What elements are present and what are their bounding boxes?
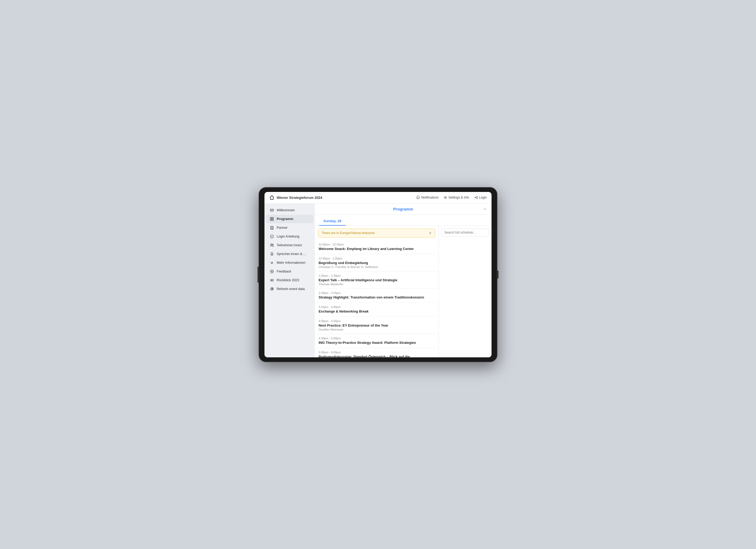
schedule-item[interactable]: 12:45pm - 1:00pmBegrüßung und Einbegleit…	[315, 254, 438, 272]
top-bar-actions: Notifications Settings & Info Login	[416, 196, 487, 199]
tablet-frame: Wiener Strategieforum 2024 Notifications…	[259, 187, 497, 362]
svg-rect-1	[270, 209, 273, 211]
settings-label: Settings & Info	[449, 196, 469, 199]
login-action[interactable]: Login	[474, 196, 487, 199]
timezone-close-button[interactable]: ✕	[429, 231, 432, 235]
sidebar-label-login: Login Anleitung	[277, 235, 299, 238]
sidebar-item-feedback[interactable]: Feedback	[266, 267, 313, 276]
schedule-list: Times are in Europe/Vienna timezone ✕ 12…	[315, 226, 438, 357]
sidebar-item-refresh[interactable]: Refresh event data	[266, 285, 313, 293]
refresh-icon	[270, 287, 274, 291]
schedule-title: Begrüßung und Einbegleitung	[319, 261, 435, 265]
mic-icon	[270, 252, 274, 256]
sidebar-item-programm[interactable]: Programm	[266, 215, 313, 223]
schedule-title: Next Practice: EY Entrepreneur of the Ye…	[319, 323, 435, 327]
sidebar-item-sprecher[interactable]: Sprecher:innen & ...	[266, 250, 313, 258]
sidebar-label-partner: Partner	[277, 226, 288, 230]
day-tabs: Sunday, 28	[315, 215, 492, 226]
schedule-item[interactable]: 2:30pm - 3:15pmStrategy Highlight: Trans…	[315, 289, 438, 303]
schedule-title: Welcome Snack: Empfang im Library and Le…	[319, 247, 435, 251]
day-tab-sunday[interactable]: Sunday, 28	[319, 218, 346, 226]
settings-action[interactable]: Settings & Info	[444, 196, 469, 199]
users-icon	[270, 243, 274, 247]
notifications-action[interactable]: Notifications	[416, 196, 438, 199]
schedule-speaker: Gunther Reimoser	[319, 328, 435, 331]
schedule-time: 5:00pm - 6:00pm	[319, 351, 435, 354]
sidebar-item-rueckblick[interactable]: Rückblick 2023	[266, 276, 313, 284]
feedback-icon	[270, 269, 274, 274]
sidebar-label-refresh: Refresh event data	[277, 287, 305, 291]
chevrons-down-icon	[270, 261, 274, 265]
content-area: Programm ← Sunday, 28 Times are in Europ…	[315, 204, 492, 357]
svg-point-8	[271, 244, 272, 245]
schedule-item[interactable]: 4:30pm - 5:00pmING Theory-to-Practice St…	[315, 334, 438, 348]
main-layout: Willkommen Programm	[264, 204, 492, 357]
svg-rect-4	[270, 219, 272, 221]
schedule-item[interactable]: 4:00pm - 4:30pmNext Practice: EY Entrepr…	[315, 317, 438, 334]
svg-point-12	[271, 271, 272, 272]
info-icon	[270, 234, 274, 239]
timezone-notice: Times are in Europe/Vienna timezone ✕	[318, 229, 435, 238]
sidebar-label-teilnehmer: Teilnehmer:innen	[277, 243, 302, 247]
sidebar-item-login-anleitung[interactable]: Login Anleitung	[266, 232, 313, 241]
back-button[interactable]: ←	[483, 207, 487, 211]
content-title: Programm	[393, 207, 413, 211]
schedule-title: Expert Talk – Artificial Intelligence un…	[319, 278, 435, 282]
svg-rect-3	[272, 218, 273, 219]
schedule-item[interactable]: 1:00pm - 2:30pmExpert Talk – Artificial …	[315, 272, 438, 289]
building-icon	[270, 226, 274, 230]
schedule-layout: Times are in Europe/Vienna timezone ✕ 12…	[315, 226, 492, 357]
schedule-speaker: Thomas Maidorfer	[319, 282, 435, 286]
svg-rect-10	[271, 253, 273, 255]
search-input[interactable]	[441, 229, 489, 237]
sidebar-item-mehr[interactable]: Mehr Informationen	[266, 259, 313, 267]
schedule-time: 4:30pm - 5:00pm	[319, 337, 435, 340]
sidebar-item-partner[interactable]: Partner	[266, 224, 313, 232]
sidebar: Willkommen Programm	[264, 204, 315, 357]
gear-icon	[444, 196, 447, 199]
svg-point-0	[445, 197, 446, 198]
schedule-item[interactable]: 3:15pm - 4:00pmExchange & Networking Bre…	[315, 303, 438, 317]
rewind-icon	[270, 278, 274, 282]
login-label: Login	[479, 196, 487, 199]
notifications-label: Notifications	[421, 196, 438, 199]
grid-icon	[270, 217, 274, 221]
svg-rect-5	[272, 219, 273, 221]
schedule-speaker: Christian C. Pochtler & Werner H. Hoffma…	[319, 266, 435, 269]
schedule-title: Exchange & Networking Break	[319, 309, 435, 313]
app-title: Wiener Strategieforum 2024	[277, 196, 322, 200]
schedule-title: ING Theory-to-Practice Strategy Award: P…	[319, 341, 435, 344]
schedule-time: 3:15pm - 4:00pm	[319, 305, 435, 308]
sidebar-label-feedback: Feedback	[277, 270, 291, 273]
app-logo: Wiener Strategieforum 2024	[269, 195, 416, 200]
sidebar-item-willkommen[interactable]: Willkommen	[266, 206, 313, 215]
top-bar: Wiener Strategieforum 2024 Notifications…	[264, 192, 492, 204]
schedule-time: 4:00pm - 4:30pm	[319, 319, 435, 322]
power-button	[497, 271, 498, 278]
login-icon	[474, 196, 478, 199]
content-header: Programm ←	[315, 204, 492, 215]
sidebar-label-mehr: Mehr Informationen	[277, 261, 305, 265]
schedule-item[interactable]: 12:00pm - 12:45pmWelcome Snack: Empfang …	[315, 240, 438, 254]
schedule-title: Strategy Highlight: Transformation von e…	[319, 295, 435, 299]
schedule-item[interactable]: 5:00pm - 6:00pmPodiumsdiskussion: Stando…	[315, 348, 438, 357]
schedule-time: 12:00pm - 12:45pm	[319, 243, 435, 246]
schedule-time: 2:30pm - 3:15pm	[319, 291, 435, 294]
svg-point-9	[272, 244, 273, 245]
sidebar-item-teilnehmer[interactable]: Teilnehmer:innen	[266, 241, 313, 250]
sidebar-label-rueckblick: Rückblick 2023	[277, 278, 299, 282]
sidebar-label-sprecher: Sprecher:innen & ...	[277, 252, 306, 256]
timezone-text: Times are in Europe/Vienna timezone	[321, 231, 375, 235]
schedule-title: Podiumsdiskussion: Standort Österreich –…	[319, 355, 435, 357]
schedule-time: 12:45pm - 1:00pm	[319, 257, 435, 260]
bell-icon	[416, 196, 420, 199]
volume-button	[258, 267, 259, 282]
sidebar-label-willkommen: Willkommen	[277, 208, 295, 212]
svg-point-11	[270, 270, 273, 273]
sidebar-label-programm: Programm	[277, 217, 293, 221]
schedule-items-container: 12:00pm - 12:45pmWelcome Snack: Empfang …	[315, 240, 438, 357]
svg-rect-2	[270, 218, 272, 219]
schedule-time: 1:00pm - 2:30pm	[319, 274, 435, 277]
tablet-screen: Wiener Strategieforum 2024 Notifications…	[264, 192, 492, 357]
mail-icon	[270, 208, 274, 212]
